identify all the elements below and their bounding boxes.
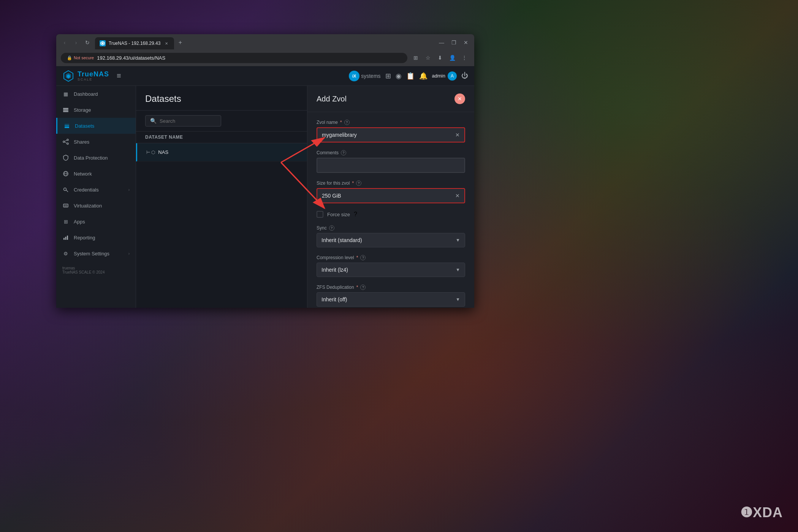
toolbar-icons: ⊞ ☆ ⬇ 👤 ⋮ [410, 52, 470, 63]
sidebar-item-data-protection[interactable]: Data Protection [56, 150, 136, 166]
required-marker: * [340, 120, 342, 125]
deduplication-group: ZFS Deduplication * ? Inherit (off) ▼ [317, 285, 465, 307]
sync-group: Sync ? Inherit (standard) ▼ [317, 225, 465, 247]
force-size-help-icon[interactable]: ? [354, 211, 357, 218]
sidebar-item-network[interactable]: Network [56, 166, 136, 182]
system-settings-chevron-icon: › [128, 252, 130, 256]
sidebar-item-reporting[interactable]: Reporting [56, 230, 136, 245]
required-marker: * [356, 285, 358, 290]
maximize-button[interactable]: ❐ [448, 37, 459, 48]
user-section[interactable]: admin A [432, 71, 457, 81]
apps-icon[interactable]: ⊞ [385, 72, 391, 80]
sidebar-item-system-settings[interactable]: ⚙ System Settings › [56, 245, 136, 261]
deduplication-select[interactable]: Inherit (off) ▼ [317, 292, 465, 307]
close-button[interactable]: ✕ [461, 37, 471, 48]
sidebar-item-label: Reporting [74, 235, 130, 241]
zvol-name-help-icon[interactable]: ? [344, 120, 350, 125]
window-controls: — ❐ ✕ [436, 37, 471, 48]
sync-select[interactable]: Inherit (standard) ▼ [317, 233, 465, 247]
logo-sub: SCALE [78, 78, 109, 81]
search-input[interactable] [160, 118, 216, 124]
profile-icon[interactable]: 👤 [447, 52, 458, 63]
zvol-name-clear-icon[interactable]: ✕ [455, 132, 460, 138]
power-icon[interactable]: ⏻ [461, 72, 468, 80]
tab-close-button[interactable]: ✕ [163, 40, 169, 46]
panel-close-button[interactable]: ✕ [454, 93, 465, 104]
header-right: iX systems ⊞ ◉ 📋 🔔 admin A ⏻ [349, 71, 468, 81]
system-settings-icon: ⚙ [62, 250, 69, 257]
sidebar-item-credentials[interactable]: Credentials › [56, 182, 136, 198]
size-clear-icon[interactable]: ✕ [455, 193, 460, 199]
sidebar-item-datasets[interactable]: Datasets [56, 118, 136, 134]
sidebar-item-shares[interactable]: Shares [56, 134, 136, 150]
svg-rect-5 [63, 108, 68, 109]
sidebar-item-storage[interactable]: Storage [56, 102, 136, 118]
username: admin [432, 73, 445, 79]
minimize-button[interactable]: — [436, 37, 447, 48]
size-input[interactable] [322, 193, 455, 199]
reload-button[interactable]: ↻ [82, 37, 93, 48]
active-tab[interactable]: TrueNAS - 192.168.29.43 ✕ [95, 37, 174, 49]
clipboard-icon[interactable]: 📋 [406, 72, 415, 80]
compression-group: Compression level * ? Inherit (lz4) ▼ [317, 255, 465, 277]
force-size-checkbox[interactable] [317, 211, 323, 218]
sidebar-item-label: Shares [74, 139, 130, 145]
svg-rect-8 [65, 127, 69, 128]
storage-icon [62, 106, 69, 113]
zvol-name-label: Zvol name * ? [317, 120, 465, 125]
force-size-group: Force size ? [317, 211, 465, 218]
avatar: A [448, 71, 457, 81]
deduplication-value: Inherit (off) [321, 296, 347, 302]
compression-select[interactable]: Inherit (lz4) ▼ [317, 263, 465, 277]
ix-text: systems [361, 73, 380, 79]
compression-help-icon[interactable]: ? [360, 255, 366, 260]
comments-help-icon[interactable]: ? [341, 150, 346, 155]
deduplication-help-icon[interactable]: ? [360, 285, 366, 290]
svg-rect-10 [65, 124, 69, 125]
back-button[interactable]: ‹ [59, 37, 70, 48]
sidebar-item-label: Virtualization [74, 203, 130, 209]
sidebar-item-label: Dashboard [74, 91, 130, 97]
datasets-icon [63, 122, 70, 129]
deduplication-select-wrapper: Inherit (off) ▼ [317, 292, 465, 307]
hamburger-button[interactable]: ≡ [115, 70, 123, 82]
browser-chrome: ‹ › ↻ TrueNAS - 192.168.29.43 ✕ + — ❐ [56, 34, 474, 66]
svg-rect-22 [64, 205, 67, 207]
zvol-name-input[interactable] [322, 132, 455, 138]
sidebar-item-dashboard[interactable]: ▦ Dashboard [56, 86, 136, 102]
download-icon[interactable]: ⬇ [435, 52, 445, 63]
comments-input-wrapper [317, 158, 465, 173]
logo-text: TrueNAS [78, 70, 109, 78]
compression-label: Compression level * ? [317, 255, 465, 260]
sidebar-item-label: Network [74, 171, 130, 177]
compression-select-wrapper: Inherit (lz4) ▼ [317, 263, 465, 277]
notifications-icon[interactable]: 🔔 [419, 72, 428, 80]
svg-line-20 [66, 190, 68, 192]
address-bar[interactable]: 🔒 Not secure 192.168.29.43/ui/datasets/N… [61, 53, 407, 63]
url-text: 192.168.29.43/ui/datasets/NAS [97, 55, 165, 61]
svg-rect-7 [63, 111, 68, 112]
size-help-icon[interactable]: ? [356, 180, 361, 186]
credentials-chevron-icon: › [128, 188, 130, 192]
extensions-icon[interactable]: ⊞ [410, 52, 421, 63]
new-tab-button[interactable]: + [175, 37, 185, 48]
tab-favicon [100, 40, 106, 46]
sync-help-icon[interactable]: ? [329, 225, 334, 231]
sidebar-item-apps[interactable]: ⊞ Apps [56, 214, 136, 230]
svg-point-12 [63, 141, 65, 142]
required-marker: * [352, 180, 354, 186]
size-input-wrapper: ✕ [317, 188, 465, 203]
sidebar-item-label: Credentials [74, 187, 124, 193]
sidebar-item-virtualization[interactable]: Virtualization [56, 198, 136, 214]
tasks-icon[interactable]: ◉ [396, 72, 402, 80]
forward-button[interactable]: › [71, 37, 81, 48]
svg-rect-9 [65, 125, 69, 126]
app-content: TrueNAS SCALE ≡ iX systems ⊞ ◉ 📋 🔔 adm [56, 66, 474, 308]
search-box[interactable]: 🔍 [145, 115, 221, 127]
add-zvol-panel: Add Zvol ✕ Zvol name * ? [307, 86, 474, 308]
menu-icon[interactable]: ⋮ [459, 52, 470, 63]
comments-input[interactable] [322, 162, 460, 168]
bookmark-icon[interactable]: ☆ [423, 52, 433, 63]
sidebar-item-label: Data Protection [74, 155, 130, 161]
panel-header: Add Zvol ✕ [307, 86, 474, 112]
